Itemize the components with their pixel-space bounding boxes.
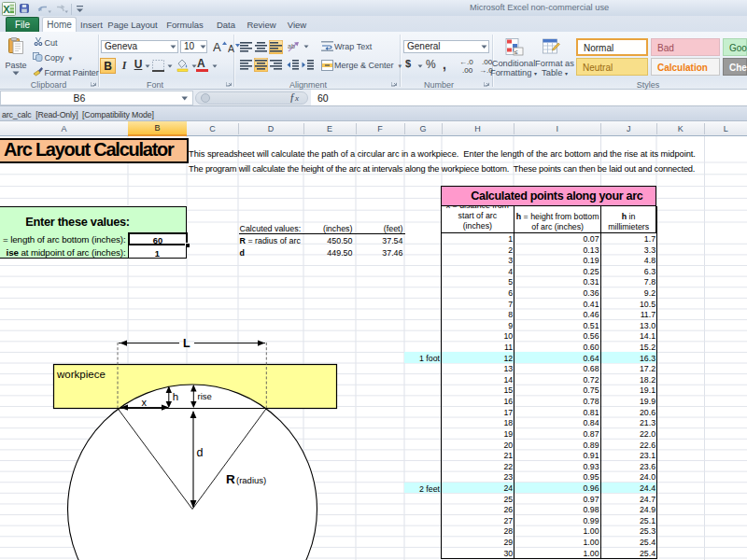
svg-text:h: h (173, 391, 178, 402)
svg-text:L: L (183, 337, 190, 350)
svg-text:≤: ≤ (514, 49, 518, 55)
svg-text:x: x (142, 397, 148, 408)
svg-text:A: A (213, 40, 221, 53)
svg-text:(radius): (radius) (236, 475, 266, 485)
svg-text:R: R (226, 472, 235, 486)
svg-text:workpiece: workpiece (56, 369, 106, 380)
svg-text:X: X (3, 4, 10, 15)
svg-text:d: d (197, 446, 204, 459)
svg-text:A: A (228, 43, 234, 54)
svg-text:rise: rise (198, 391, 212, 401)
svg-text:ab: ab (288, 43, 295, 49)
